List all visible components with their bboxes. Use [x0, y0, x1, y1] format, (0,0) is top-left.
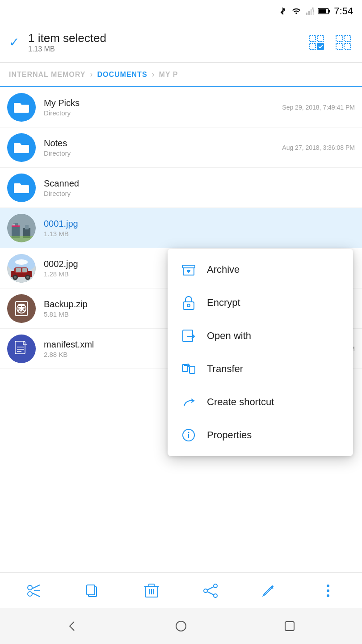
cut-button[interactable]	[21, 577, 47, 604]
archive-avatar	[7, 294, 36, 323]
home-icon	[175, 620, 187, 632]
archive-file-icon	[14, 301, 29, 317]
edit-button[interactable]	[256, 577, 282, 604]
shortcut-icon	[180, 394, 197, 411]
check-icon: ✓	[9, 35, 19, 50]
svg-rect-36	[16, 268, 21, 272]
list-item[interactable]: Notes Directory Aug 27, 2018, 3:36:08 PM	[0, 127, 362, 168]
folder-icon	[14, 101, 29, 114]
svg-point-74	[204, 589, 207, 593]
breadcrumb-sep-2: ›	[152, 70, 155, 79]
svg-rect-8	[309, 35, 316, 42]
svg-point-73	[214, 584, 217, 588]
svg-rect-0	[306, 13, 307, 15]
archive-label: Archive	[207, 264, 240, 275]
svg-rect-11	[317, 43, 324, 50]
menu-item-open-with[interactable]: Open with	[168, 319, 353, 352]
svg-line-77	[207, 592, 214, 595]
copy-button[interactable]	[79, 577, 106, 604]
menu-item-transfer[interactable]: Transfer	[168, 352, 353, 386]
context-menu: Archive Encrypt Open with	[168, 249, 353, 456]
svg-rect-55	[189, 366, 195, 373]
file-name: Scanned	[44, 178, 355, 189]
svg-rect-6	[319, 9, 326, 13]
open-with-label: Open with	[207, 330, 251, 342]
file-date: Aug 27, 2018, 3:36:08 PM	[282, 144, 355, 151]
file-info: 0001.jpg 1.13 MB	[44, 219, 355, 237]
list-item[interactable]: 0001.jpg 1.13 MB	[0, 208, 362, 248]
svg-point-75	[214, 594, 217, 597]
status-bar: 7:54	[0, 0, 362, 22]
header: ✓ 1 item selected 1.13 MB	[0, 22, 362, 63]
transfer-icon	[180, 360, 197, 377]
copy-icon	[85, 583, 100, 598]
folder-avatar	[7, 174, 36, 202]
document-avatar	[7, 335, 36, 363]
list-item[interactable]: Scanned Directory	[0, 168, 362, 208]
folder-icon	[14, 141, 29, 154]
file-name: My Picks	[44, 98, 282, 108]
signal-icon	[305, 6, 314, 17]
svg-rect-66	[87, 585, 95, 595]
header-actions	[307, 33, 353, 52]
info-icon	[180, 427, 197, 444]
image-avatar	[7, 214, 36, 242]
menu-item-encrypt[interactable]: Encrypt	[168, 286, 353, 319]
svg-rect-1	[308, 11, 310, 15]
file-info: Notes Directory	[44, 138, 282, 157]
battery-icon	[318, 7, 330, 15]
svg-rect-25	[7, 236, 36, 242]
recent-icon	[283, 620, 296, 632]
share-button[interactable]	[197, 577, 224, 604]
file-size: 1.13 MB	[44, 230, 355, 237]
svg-point-80	[327, 594, 329, 597]
svg-rect-17	[344, 43, 350, 50]
more-button[interactable]	[315, 577, 341, 604]
file-type: Directory	[44, 149, 282, 157]
svg-point-79	[327, 589, 329, 592]
lock-icon	[180, 294, 197, 311]
header-info: 1 item selected 1.13 MB	[28, 31, 106, 53]
home-button[interactable]	[168, 613, 194, 640]
list-item[interactable]: My Picks Directory Sep 29, 2018, 7:49:41…	[0, 87, 362, 127]
select-invert-button[interactable]	[333, 33, 353, 52]
svg-rect-23	[25, 225, 29, 229]
file-info: Scanned Directory	[44, 178, 355, 197]
bluetooth-icon	[278, 6, 287, 17]
selected-count: 1 item selected	[28, 31, 106, 45]
selected-size: 1.13 MB	[28, 45, 106, 53]
folder-icon	[14, 182, 29, 194]
file-type: Directory	[44, 190, 355, 197]
status-icons: 7:54	[278, 5, 353, 17]
delete-button[interactable]	[138, 577, 165, 604]
breadcrumb-sep-1: ›	[90, 70, 93, 79]
menu-item-properties[interactable]: Properties	[168, 419, 353, 452]
properties-label: Properties	[207, 429, 252, 441]
svg-point-29	[15, 259, 28, 265]
breadcrumb-documents[interactable]: DOCUMENTS	[97, 71, 147, 79]
status-time: 7:54	[334, 5, 353, 17]
select-all-button[interactable]	[307, 33, 326, 52]
select-all-icon	[307, 34, 325, 51]
svg-rect-9	[317, 35, 324, 42]
svg-rect-24	[12, 225, 20, 227]
delete-icon	[144, 583, 159, 598]
svg-rect-37	[22, 268, 27, 272]
edit-icon	[261, 583, 277, 598]
menu-item-archive[interactable]: Archive	[168, 253, 353, 286]
svg-point-60	[28, 592, 32, 596]
breadcrumb-internal-memory[interactable]: INTERNAL MEMORY	[9, 71, 85, 79]
breadcrumb: INTERNAL MEMORY › DOCUMENTS › MY P	[0, 63, 362, 87]
cut-icon	[26, 583, 42, 598]
breadcrumb-myp[interactable]: MY P	[159, 71, 178, 79]
file-info: My Picks Directory	[44, 98, 282, 117]
menu-item-create-shortcut[interactable]: Create shortcut	[168, 386, 353, 419]
svg-line-63	[32, 593, 40, 597]
svg-point-81	[176, 621, 186, 631]
recent-button[interactable]	[276, 613, 303, 640]
share-icon	[203, 583, 218, 598]
back-button[interactable]	[59, 613, 86, 640]
create-shortcut-label: Create shortcut	[207, 396, 274, 408]
svg-point-35	[26, 276, 29, 279]
select-invert-icon	[334, 34, 352, 51]
